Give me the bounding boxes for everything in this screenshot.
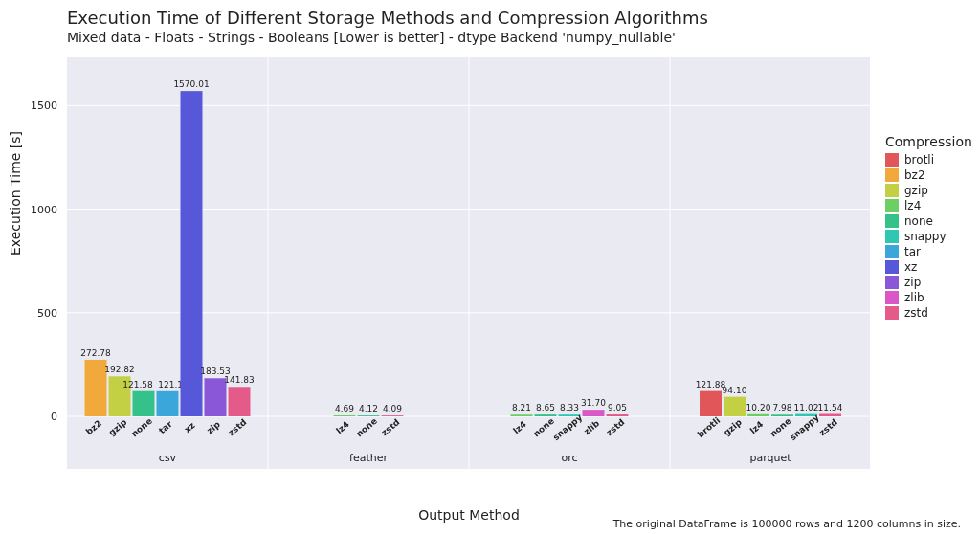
legend-label: none [904,214,933,228]
legend-item-bz2: bz2 [885,168,972,182]
legend-item-zlib: zlib [885,291,972,304]
chart-titles: Execution Time of Different Storage Meth… [67,8,708,45]
bar-label: 94.10 [723,386,747,395]
y-tick: 1500 [0,100,57,112]
legend-label: xz [904,260,917,274]
minor-axis-label: zstd [817,417,839,437]
legend-label: zstd [904,306,928,320]
bar-csv-tar [157,391,179,416]
legend-item-tar: tar [885,245,972,258]
minor-axis-label: lz4 [748,419,766,435]
legend-label: snappy [904,230,947,243]
legend-title: Compression [885,134,972,149]
group-label-csv: csv [159,452,177,464]
bar-orc-none [535,414,557,416]
legend-item-none: none [885,214,972,228]
group-label-orc: orc [561,452,577,464]
bar-feather-lz4 [334,415,356,416]
minor-axis-label: zlib [582,418,602,436]
bar-orc-lz4 [511,414,533,416]
legend-label: tar [904,245,921,258]
chart-subtitle: Mixed data - Floats - Strings - Booleans… [67,30,708,45]
bar-csv-xz [181,91,203,416]
group-label-parquet: parquet [749,452,791,464]
bar-label: 9.05 [608,403,627,412]
legend-label: gzip [904,184,928,197]
minor-axis-label: none [129,416,154,439]
minor-axis-label: snappy [551,412,585,442]
chart-title: Execution Time of Different Storage Meth… [67,8,708,28]
minor-axis-label: lz4 [511,419,528,435]
minor-axis-label: gzip [107,417,129,438]
minor-axis-label: zstd [380,417,402,437]
legend-swatch [885,306,899,320]
bar-feather-zstd [382,415,404,416]
minor-axis-label: zstd [605,417,627,437]
bar-label: 11.02 [794,403,819,412]
legend-swatch [885,184,899,197]
minor-axis-label: zip [205,419,222,436]
legend-item-brotli: brotli [885,153,972,167]
bar-orc-zstd [607,414,629,416]
legend-label: bz2 [904,168,925,182]
minor-axis-label: brotli [696,415,723,439]
footnote: The original DataFrame is 100000 rows an… [613,518,961,530]
bar-label: 4.12 [359,404,378,413]
bar-label: 141.83 [224,375,255,385]
bar-parquet-gzip [724,397,746,416]
bar-csv-zstd [229,387,251,416]
minor-axis-label: lz4 [334,419,351,435]
legend-item-snappy: snappy [885,230,972,243]
legend-swatch [885,168,899,182]
minor-axis-label: bz2 [84,418,103,436]
legend-swatch [885,214,899,228]
legend-label: brotli [904,153,934,167]
plot-area: 272.78bz2192.82gzip121.58none121.12tar15… [67,57,871,469]
legend-label: zlib [904,291,924,304]
bar-label: 4.09 [383,404,402,413]
minor-axis-label: gzip [722,417,744,438]
plot-svg: 272.78bz2192.82gzip121.58none121.12tar15… [67,57,871,469]
bar-label: 31.70 [581,398,606,408]
legend-swatch [885,291,899,304]
legend-item-zip: zip [885,276,972,289]
group-label-feather: feather [349,452,388,464]
bar-parquet-lz4 [747,414,769,416]
y-axis-label: Execution Time [s] [8,131,23,256]
legend-swatch [885,230,899,243]
minor-axis-label: none [354,416,379,439]
minor-axis-label: snappy [788,412,821,442]
bar-csv-bz2 [85,360,107,416]
minor-axis-label: xz [183,420,197,434]
bar-label: 7.98 [772,403,791,412]
bar-label: 8.33 [560,403,579,412]
bar-label: 11.54 [818,403,843,412]
bar-label: 272.78 [80,348,111,358]
minor-axis-label: tar [157,419,174,436]
legend-item-xz: xz [885,260,972,274]
legend-item-gzip: gzip [885,184,972,197]
legend-label: lz4 [904,199,921,212]
bar-parquet-brotli [700,391,722,416]
bar-parquet-none [771,414,793,416]
bar-label: 8.21 [512,403,531,412]
bar-label: 10.20 [746,403,771,412]
legend: Compression brotlibz2gziplz4nonesnappyta… [885,134,972,322]
bar-csv-zip [205,378,227,416]
bar-label: 8.65 [536,403,555,412]
legend-item-zstd: zstd [885,306,972,320]
bar-csv-none [133,391,155,416]
y-tick: 0 [0,411,57,423]
legend-swatch [885,245,899,258]
y-tick: 1000 [0,203,57,215]
legend-swatch [885,153,899,167]
legend-swatch [885,260,899,274]
legend-label: zip [904,276,921,289]
bar-label: 4.69 [335,404,354,413]
legend-swatch [885,276,899,289]
legend-swatch [885,199,899,212]
y-tick: 500 [0,306,57,319]
bar-feather-none [358,415,380,416]
bar-label: 121.58 [122,380,153,389]
minor-axis-label: zstd [227,417,249,437]
